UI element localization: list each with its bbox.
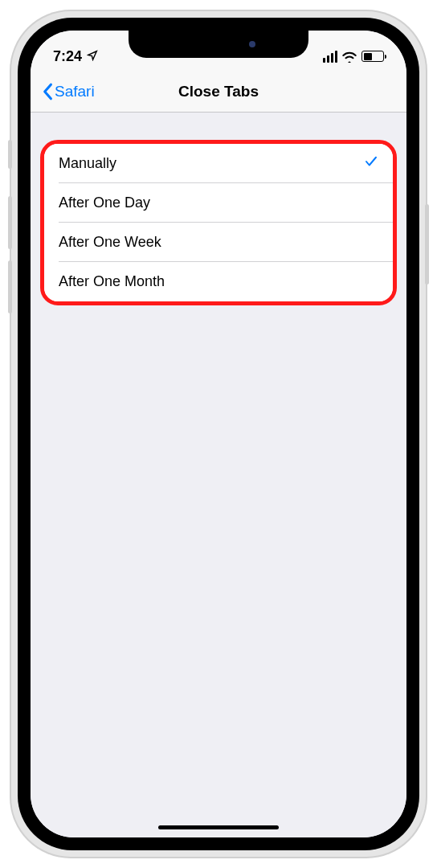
settings-content: Manually After One Day After One Week Af… (31, 113, 406, 837)
volume-up-button (8, 196, 12, 249)
checkmark-icon (364, 154, 378, 173)
option-label: After One Month (59, 273, 165, 290)
volume-down-button (8, 260, 12, 313)
option-label: Manually (59, 155, 116, 172)
notch (129, 31, 308, 58)
option-after-one-week[interactable]: After One Week (44, 223, 393, 262)
iphone-frame: 7:24 (11, 11, 426, 857)
status-right (323, 51, 385, 63)
options-group-highlight: Manually After One Day After One Week Af… (40, 140, 397, 305)
battery-icon (361, 51, 384, 62)
option-manually[interactable]: Manually (44, 144, 393, 183)
status-left: 7:24 (53, 48, 98, 65)
back-button[interactable]: Safari (42, 83, 95, 100)
option-after-one-day[interactable]: After One Day (44, 183, 393, 223)
power-button (425, 204, 429, 285)
option-label: After One Week (59, 234, 161, 251)
chevron-left-icon (42, 83, 53, 100)
option-after-one-month[interactable]: After One Month (44, 262, 393, 301)
front-camera-icon (249, 41, 255, 47)
cellular-signal-icon (323, 51, 338, 63)
location-icon (87, 50, 98, 63)
page-title: Close Tabs (178, 83, 259, 100)
back-label: Safari (55, 83, 95, 100)
option-label: After One Day (59, 194, 150, 211)
mute-switch (8, 140, 12, 169)
nav-bar: Safari Close Tabs (31, 71, 406, 113)
status-time: 7:24 (53, 48, 82, 65)
home-indicator[interactable] (158, 825, 279, 829)
wifi-icon (341, 51, 357, 63)
screen: 7:24 (31, 31, 406, 837)
